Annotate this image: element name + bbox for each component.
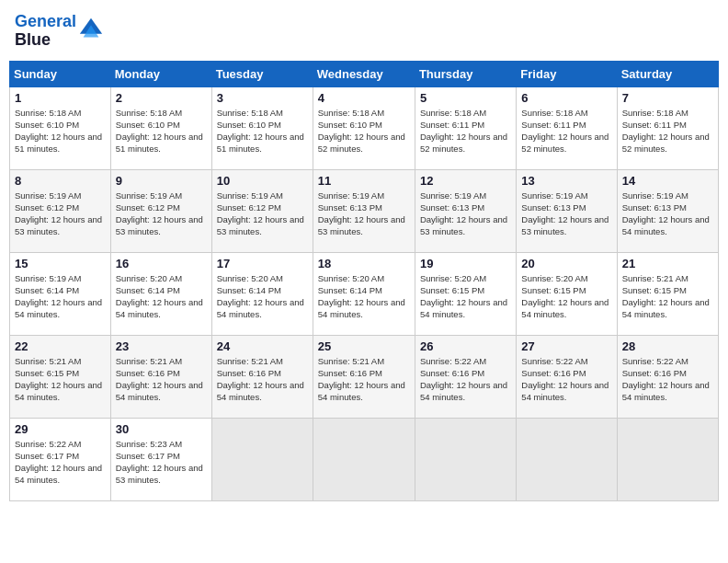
day-number: 6 [521,91,611,105]
day-number: 10 [217,174,308,188]
day-info: Sunrise: 5:18 AMSunset: 6:10 PMDaylight:… [318,107,410,155]
day-number: 13 [521,174,611,188]
day-cell: 10Sunrise: 5:19 AMSunset: 6:12 PMDayligh… [211,169,313,252]
day-number: 4 [318,91,410,105]
week-row-3: 15Sunrise: 5:19 AMSunset: 6:14 PMDayligh… [10,252,719,335]
day-info: Sunrise: 5:19 AMSunset: 6:12 PMDaylight:… [217,190,308,238]
day-cell: 19Sunrise: 5:20 AMSunset: 6:15 PMDayligh… [415,252,516,335]
logo: GeneralBlue [15,13,104,50]
day-number: 15 [15,257,106,270]
day-cell: 20Sunrise: 5:20 AMSunset: 6:15 PMDayligh… [517,252,617,335]
day-number: 26 [420,339,511,353]
day-cell: 25Sunrise: 5:21 AMSunset: 6:16 PMDayligh… [313,335,415,418]
day-info: Sunrise: 5:18 AMSunset: 6:10 PMDaylight:… [217,107,308,155]
day-number: 11 [318,174,410,188]
day-info: Sunrise: 5:19 AMSunset: 6:14 PMDaylight:… [15,272,106,321]
day-info: Sunrise: 5:19 AMSunset: 6:13 PMDaylight:… [622,190,713,238]
day-number: 25 [318,339,410,353]
day-number: 28 [622,339,713,353]
day-cell: 7Sunrise: 5:18 AMSunset: 6:11 PMDaylight… [617,86,718,169]
day-info: Sunrise: 5:20 AMSunset: 6:14 PMDaylight:… [217,272,308,321]
day-info: Sunrise: 5:21 AMSunset: 6:16 PMDaylight:… [116,355,207,404]
day-cell: 11Sunrise: 5:19 AMSunset: 6:13 PMDayligh… [313,169,415,252]
day-info: Sunrise: 5:19 AMSunset: 6:13 PMDaylight:… [318,190,410,238]
day-info: Sunrise: 5:18 AMSunset: 6:10 PMDaylight:… [116,107,207,155]
day-info: Sunrise: 5:22 AMSunset: 6:17 PMDaylight:… [15,438,106,487]
day-info: Sunrise: 5:21 AMSunset: 6:16 PMDaylight:… [217,355,308,404]
day-cell: 2Sunrise: 5:18 AMSunset: 6:10 PMDaylight… [110,86,211,169]
day-cell: 29Sunrise: 5:22 AMSunset: 6:17 PMDayligh… [10,418,111,500]
week-row-2: 8Sunrise: 5:19 AMSunset: 6:12 PMDaylight… [10,169,719,252]
header-cell-friday: Friday [517,61,617,86]
day-cell: 22Sunrise: 5:21 AMSunset: 6:15 PMDayligh… [10,335,111,418]
day-info: Sunrise: 5:22 AMSunset: 6:16 PMDaylight:… [622,355,713,404]
day-cell: 6Sunrise: 5:18 AMSunset: 6:11 PMDaylight… [517,86,617,169]
day-cell: 27Sunrise: 5:22 AMSunset: 6:16 PMDayligh… [517,335,617,418]
day-number: 22 [15,339,106,353]
day-number: 5 [420,91,511,105]
day-number: 8 [15,174,106,188]
day-number: 7 [622,91,713,105]
logo-icon [78,17,104,42]
day-info: Sunrise: 5:18 AMSunset: 6:11 PMDaylight:… [420,107,511,155]
day-number: 14 [622,174,713,188]
day-cell: 21Sunrise: 5:21 AMSunset: 6:15 PMDayligh… [617,252,718,335]
day-cell: 9Sunrise: 5:19 AMSunset: 6:12 PMDaylight… [110,169,211,252]
day-number: 20 [521,257,611,270]
day-cell: 13Sunrise: 5:19 AMSunset: 6:13 PMDayligh… [517,169,617,252]
day-cell [415,418,516,500]
day-info: Sunrise: 5:21 AMSunset: 6:16 PMDaylight:… [318,355,410,404]
day-number: 23 [116,339,207,353]
day-info: Sunrise: 5:21 AMSunset: 6:15 PMDaylight:… [15,355,106,404]
header-row: SundayMondayTuesdayWednesdayThursdayFrid… [10,61,719,86]
day-number: 30 [116,422,207,436]
day-cell: 17Sunrise: 5:20 AMSunset: 6:14 PMDayligh… [211,252,313,335]
day-cell [211,418,313,500]
day-info: Sunrise: 5:20 AMSunset: 6:14 PMDaylight:… [116,272,207,321]
day-cell: 5Sunrise: 5:18 AMSunset: 6:11 PMDaylight… [415,86,516,169]
day-cell [517,418,617,500]
day-number: 21 [622,257,713,270]
day-cell: 18Sunrise: 5:20 AMSunset: 6:14 PMDayligh… [313,252,415,335]
day-info: Sunrise: 5:22 AMSunset: 6:16 PMDaylight:… [420,355,511,404]
header-cell-tuesday: Tuesday [211,61,313,86]
day-cell: 23Sunrise: 5:21 AMSunset: 6:16 PMDayligh… [110,335,211,418]
day-number: 17 [217,257,308,270]
day-info: Sunrise: 5:18 AMSunset: 6:10 PMDaylight:… [15,107,106,155]
day-number: 27 [521,339,611,353]
day-cell: 28Sunrise: 5:22 AMSunset: 6:16 PMDayligh… [617,335,718,418]
day-cell: 8Sunrise: 5:19 AMSunset: 6:12 PMDaylight… [10,169,111,252]
day-cell: 3Sunrise: 5:18 AMSunset: 6:10 PMDaylight… [211,86,313,169]
day-number: 12 [420,174,511,188]
day-cell: 4Sunrise: 5:18 AMSunset: 6:10 PMDaylight… [313,86,415,169]
day-info: Sunrise: 5:19 AMSunset: 6:12 PMDaylight:… [116,190,207,238]
day-cell: 14Sunrise: 5:19 AMSunset: 6:13 PMDayligh… [617,169,718,252]
day-number: 9 [116,174,207,188]
day-number: 24 [217,339,308,353]
day-cell: 16Sunrise: 5:20 AMSunset: 6:14 PMDayligh… [110,252,211,335]
header-cell-monday: Monday [110,61,211,86]
day-info: Sunrise: 5:20 AMSunset: 6:15 PMDaylight:… [521,272,611,321]
day-cell: 12Sunrise: 5:19 AMSunset: 6:13 PMDayligh… [415,169,516,252]
day-cell [313,418,415,500]
day-info: Sunrise: 5:18 AMSunset: 6:11 PMDaylight:… [521,107,611,155]
day-cell: 1Sunrise: 5:18 AMSunset: 6:10 PMDaylight… [10,86,111,169]
day-cell: 30Sunrise: 5:23 AMSunset: 6:17 PMDayligh… [110,418,211,500]
header-cell-thursday: Thursday [415,61,516,86]
day-cell: 24Sunrise: 5:21 AMSunset: 6:16 PMDayligh… [211,335,313,418]
day-number: 18 [318,257,410,270]
day-info: Sunrise: 5:19 AMSunset: 6:12 PMDaylight:… [15,190,106,238]
day-number: 19 [420,257,511,270]
day-cell: 15Sunrise: 5:19 AMSunset: 6:14 PMDayligh… [10,252,111,335]
day-number: 29 [15,422,106,436]
page-header: GeneralBlue [9,9,719,53]
calendar-table: SundayMondayTuesdayWednesdayThursdayFrid… [9,61,719,501]
header-cell-wednesday: Wednesday [313,61,415,86]
week-row-5: 29Sunrise: 5:22 AMSunset: 6:17 PMDayligh… [10,418,719,500]
day-info: Sunrise: 5:21 AMSunset: 6:15 PMDaylight:… [622,272,713,321]
week-row-4: 22Sunrise: 5:21 AMSunset: 6:15 PMDayligh… [10,335,719,418]
logo-text: GeneralBlue [15,13,76,50]
day-number: 2 [116,91,207,105]
day-info: Sunrise: 5:23 AMSunset: 6:17 PMDaylight:… [116,438,207,487]
day-number: 1 [15,91,106,105]
